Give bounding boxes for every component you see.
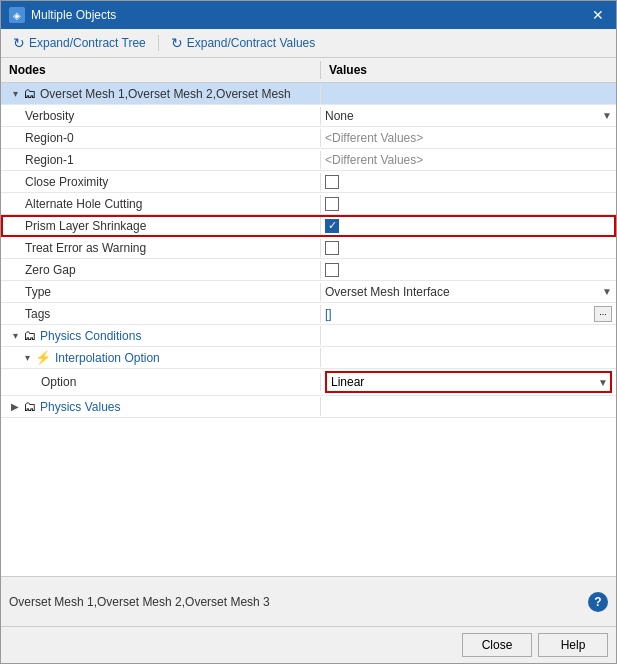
help-icon-status[interactable]: ? [588,592,608,612]
dropdown-arrow-type: ▼ [602,286,612,297]
value-region0: <Different Values> [325,131,423,145]
folder-icon-overset-mesh: 🗂 [23,86,36,101]
label-verbosity: Verbosity [25,109,74,123]
table-row[interactable]: Treat Error as Warning [1,237,616,259]
refresh-icon-2: ↻ [171,35,183,51]
table-row[interactable]: Region-0 <Different Values> [1,127,616,149]
table-row[interactable]: Zero Gap [1,259,616,281]
col-header-nodes: Nodes [1,61,321,79]
value-cell-verbosity: None ▼ [321,107,616,125]
value-cell-close-proximity [321,173,616,191]
value-cell-physics-values [321,405,616,409]
checkbox-prism-layer[interactable]: ✓ [325,219,339,233]
label-type: Type [25,285,51,299]
value-cell-zero-gap [321,261,616,279]
label-option: Option [41,375,76,389]
table-row[interactable]: Verbosity None ▼ [1,105,616,127]
node-cell-physics-conditions: ▾ 🗂 Physics Conditions [1,326,321,345]
label-region0: Region-0 [25,131,74,145]
table-row[interactable]: Prism Layer Shrinkage ✓ [1,215,616,237]
tags-text: [] [325,307,332,321]
toolbar-separator [158,35,159,51]
col-header-values: Values [321,61,616,79]
node-cell-alternate-hole: Alternate Hole Cutting [1,195,321,213]
checkbox-alternate-hole[interactable] [325,197,339,211]
label-treat-error: Treat Error as Warning [25,241,146,255]
table-row[interactable]: Close Proximity [1,171,616,193]
node-cell-prism-layer: Prism Layer Shrinkage [1,217,321,235]
table-row[interactable]: Type Overset Mesh Interface ▼ [1,281,616,303]
toolbar: ↻ Expand/Contract Tree ↻ Expand/Contract… [1,29,616,58]
status-bar: Overset Mesh 1,Overset Mesh 2,Overset Me… [1,576,616,626]
label-close-proximity: Close Proximity [25,175,108,189]
value-cell-interpolation [321,356,616,360]
node-cell-type: Type [1,283,321,301]
value-cell-physics-conditions [321,334,616,338]
expand-contract-values-button[interactable]: ↻ Expand/Contract Values [167,33,320,53]
value-cell-type: Overset Mesh Interface ▼ [321,283,616,301]
label-tags: Tags [25,307,50,321]
checkbox-treat-error[interactable] [325,241,339,255]
value-cell-option[interactable]: Linear Nearest Neighbor Cubic ▼ [321,369,616,395]
node-cell-treat-error: Treat Error as Warning [1,239,321,257]
window-title: Multiple Objects [31,8,588,22]
refresh-icon-1: ↻ [13,35,25,51]
table-row[interactable]: Tags [] ··· [1,303,616,325]
label-prism-layer: Prism Layer Shrinkage [25,219,146,233]
help-button[interactable]: Help [538,633,608,657]
expand-icon-overset-mesh[interactable]: ▾ [9,88,21,99]
close-window-button[interactable]: ✕ [588,5,608,25]
table-row[interactable]: Alternate Hole Cutting [1,193,616,215]
table-row[interactable]: ▾ ⚡ Interpolation Option [1,347,616,369]
node-cell-zero-gap: Zero Gap [1,261,321,279]
table-row[interactable]: ▾ 🗂 Physics Conditions [1,325,616,347]
tags-edit-button[interactable]: ··· [594,306,612,322]
title-bar: ◈ Multiple Objects ✕ [1,1,616,29]
table-row[interactable]: ▶ 🗂 Physics Values [1,396,616,418]
node-cell-close-proximity: Close Proximity [1,173,321,191]
linear-dropdown-wrapper: Linear Nearest Neighbor Cubic ▼ [325,371,612,393]
value-cell-alternate-hole [321,195,616,213]
label-overset-mesh: Overset Mesh 1,Overset Mesh 2,Overset Me… [40,87,291,101]
value-verbosity: None [325,109,354,123]
close-button[interactable]: Close [462,633,532,657]
footer: Close Help [1,626,616,663]
node-cell-overset-mesh: ▾ 🗂 Overset Mesh 1,Overset Mesh 2,Overse… [1,84,321,103]
value-region1: <Different Values> [325,153,423,167]
dropdown-arrow-verbosity: ▼ [602,110,612,121]
expand-icon-physics-values[interactable]: ▶ [9,401,21,412]
interpolation-icon: ⚡ [35,350,51,365]
label-interpolation: Interpolation Option [55,351,160,365]
label-physics-conditions: Physics Conditions [40,329,141,343]
expand-icon-interpolation[interactable]: ▾ [21,352,33,363]
node-cell-verbosity: Verbosity [1,107,321,125]
value-cell-overset-mesh [321,92,616,96]
checkbox-close-proximity[interactable] [325,175,339,189]
value-cell-region1: <Different Values> [321,151,616,169]
label-alternate-hole: Alternate Hole Cutting [25,197,142,211]
table-row[interactable]: Option Linear Nearest Neighbor Cubic ▼ [1,369,616,396]
value-cell-region0: <Different Values> [321,129,616,147]
node-cell-region1: Region-1 [1,151,321,169]
window-icon: ◈ [9,7,25,23]
value-cell-tags: [] ··· [321,304,616,324]
label-region1: Region-1 [25,153,74,167]
expand-contract-tree-button[interactable]: ↻ Expand/Contract Tree [9,33,150,53]
checkbox-zero-gap[interactable] [325,263,339,277]
tree-area[interactable]: ▾ 🗂 Overset Mesh 1,Overset Mesh 2,Overse… [1,83,616,576]
label-physics-values: Physics Values [40,400,120,414]
option-select[interactable]: Linear Nearest Neighbor Cubic [325,371,612,393]
expand-icon-physics-conditions[interactable]: ▾ [9,330,21,341]
node-cell-physics-values: ▶ 🗂 Physics Values [1,397,321,416]
node-cell-region0: Region-0 [1,129,321,147]
value-type: Overset Mesh Interface [325,285,450,299]
node-cell-interpolation: ▾ ⚡ Interpolation Option [1,348,321,367]
tags-value: [] ··· [325,306,612,322]
table-row[interactable]: Region-1 <Different Values> [1,149,616,171]
folder-icon-physics-values: 🗂 [23,399,36,414]
node-cell-option: Option [1,373,321,391]
value-cell-prism-layer: ✓ [321,217,616,235]
table-row[interactable]: ▾ 🗂 Overset Mesh 1,Overset Mesh 2,Overse… [1,83,616,105]
value-cell-treat-error [321,239,616,257]
table-header: Nodes Values [1,58,616,83]
